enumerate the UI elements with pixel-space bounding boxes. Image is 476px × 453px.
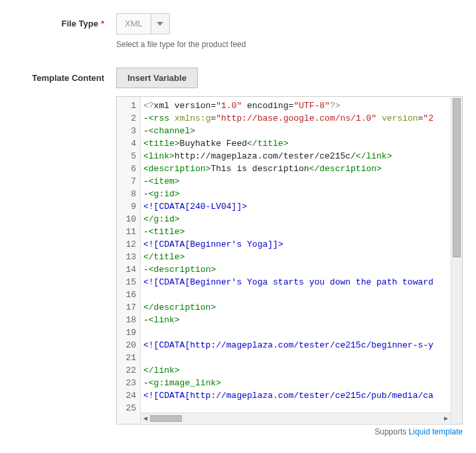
code-editor[interactable]: 1234567891011121314151617181920212223242… bbox=[116, 96, 463, 424]
file-type-select[interactable]: XML bbox=[116, 13, 170, 34]
code-line: </g:id> bbox=[143, 213, 451, 226]
code-line bbox=[143, 289, 451, 301]
code-body[interactable]: <?xml version="1.0" encoding="UTF-8"?>-<… bbox=[141, 97, 451, 424]
required-star: * bbox=[101, 19, 104, 29]
code-line: <link>http://mageplaza.com/tester/ce215c… bbox=[143, 150, 451, 162]
code-line: </description> bbox=[143, 301, 451, 314]
code-line: -<rss xmlns:g="http://base.google.com/ns… bbox=[143, 112, 451, 125]
code-line: </link> bbox=[143, 364, 451, 377]
code-line bbox=[143, 326, 451, 339]
code-line: <![CDATA[http://mageplaza.com/tester/ce2… bbox=[143, 339, 451, 352]
file-type-label: File Type* bbox=[0, 13, 116, 49]
code-line: -<link> bbox=[143, 314, 451, 326]
file-type-hint: Select a file type for the product feed bbox=[116, 40, 463, 49]
code-line: </title> bbox=[143, 251, 451, 263]
liquid-template-link[interactable]: Liquid template bbox=[409, 427, 463, 436]
template-content-label: Template Content bbox=[0, 68, 116, 436]
scroll-left-icon[interactable]: ◄ bbox=[141, 415, 150, 422]
code-line: <![CDATA[Beginner's Yoga]]> bbox=[143, 238, 451, 251]
code-line: -<title> bbox=[143, 226, 451, 238]
code-line: -<g:id> bbox=[143, 188, 451, 200]
horizontal-scroll-thumb[interactable] bbox=[150, 415, 182, 422]
vertical-scrollbar[interactable] bbox=[451, 97, 462, 424]
code-line: <![CDATA[http://mageplaza.com/tester/ce2… bbox=[143, 389, 451, 402]
code-line: <title>Buyhatke Feed</title> bbox=[143, 137, 451, 150]
horizontal-scrollbar[interactable]: ◄ ► bbox=[141, 413, 451, 423]
code-line: -<channel> bbox=[143, 125, 451, 137]
file-type-value: XML bbox=[117, 14, 151, 34]
footer-note: Supports Liquid template bbox=[116, 427, 463, 436]
code-line: <?xml version="1.0" encoding="UTF-8"?> bbox=[143, 99, 451, 112]
code-line: -<description> bbox=[143, 263, 451, 276]
scroll-right-icon[interactable]: ► bbox=[441, 415, 451, 422]
code-line: <description>This is description</descri… bbox=[143, 162, 451, 175]
code-line: -<item> bbox=[143, 175, 451, 188]
code-line bbox=[143, 352, 451, 364]
code-line: -<g:image_link> bbox=[143, 377, 451, 389]
code-line: <![CDATA[Beginner's Yoga starts you down… bbox=[143, 276, 451, 289]
code-line: <![CDATA[240-LV04]]> bbox=[143, 200, 451, 213]
chevron-down-icon bbox=[151, 14, 169, 34]
line-gutter: 1234567891011121314151617181920212223242… bbox=[117, 97, 141, 424]
vertical-scroll-thumb[interactable] bbox=[453, 98, 461, 257]
insert-variable-button[interactable]: Insert Variable bbox=[116, 68, 198, 88]
